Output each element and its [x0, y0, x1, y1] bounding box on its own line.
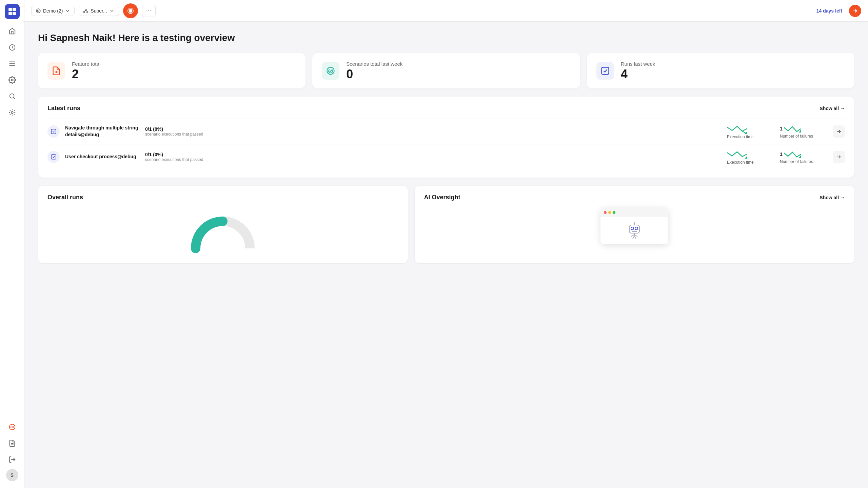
- ai-window: [600, 208, 668, 244]
- run-1-failures-chart: [784, 125, 801, 133]
- svg-rect-45: [632, 231, 637, 232]
- svg-rect-2: [8, 12, 12, 15]
- window-dot-yellow: [608, 211, 611, 214]
- sidebar-item-documents[interactable]: [5, 436, 19, 450]
- svg-point-13: [11, 427, 11, 427]
- run-1-execution-metric: Execution time: [727, 124, 774, 139]
- window-dot-red: [604, 211, 607, 214]
- run-2-failures-chart: [784, 150, 801, 159]
- stat-card-scenarios: Scenarios total last week 0: [312, 53, 580, 88]
- gear-icon: [8, 109, 16, 116]
- run-2-failures-metric: 1 Number of failures: [780, 150, 827, 164]
- sidebar-item-list[interactable]: [5, 57, 19, 70]
- app-logo[interactable]: [5, 4, 20, 19]
- svg-point-44: [634, 222, 635, 224]
- feature-stat-info: Feature total 2: [72, 61, 100, 80]
- latest-runs-title: Latest runs: [47, 105, 80, 112]
- svg-line-24: [84, 10, 86, 11]
- run-1-name: Navigate through multiple string details…: [65, 125, 140, 138]
- svg-marker-37: [745, 156, 747, 159]
- run-1-navigate-button[interactable]: [833, 125, 845, 138]
- sidebar-item-search[interactable]: [5, 89, 19, 103]
- tag-icon: [8, 44, 16, 51]
- run-1-execution-chart: [727, 124, 747, 134]
- scenarios-stat-info: Scenarios total last week 0: [346, 61, 402, 80]
- sidebar: S: [0, 0, 24, 488]
- main-wrapper: Demo (2) Super... ··· 14 days left: [24, 0, 868, 488]
- run-2-stats: 0/1 (0%) scenario executions that passed: [145, 152, 722, 162]
- run-1-stat-num: 0/1 (0%): [145, 126, 722, 132]
- more-button[interactable]: ···: [142, 5, 156, 17]
- ai-oversight-card: AI Oversight Show all →: [415, 186, 854, 263]
- svg-rect-1: [13, 8, 16, 11]
- robot-icon: [626, 222, 643, 239]
- runs-stat-info: Runs last week 4: [621, 61, 655, 80]
- svg-line-50: [634, 236, 636, 239]
- run-2-execution-label: Execution time: [727, 160, 754, 165]
- svg-point-15: [13, 427, 14, 427]
- record-button[interactable]: [123, 3, 138, 18]
- more-label: ···: [146, 7, 151, 14]
- user-avatar[interactable]: S: [6, 469, 18, 481]
- arrow-right-icon: [852, 8, 858, 14]
- run-row-1: Navigate through multiple string details…: [47, 119, 845, 144]
- svg-point-21: [85, 9, 86, 10]
- demo-chevron-icon: [65, 8, 70, 14]
- stat-card-runs: Runs last week 4: [587, 53, 854, 88]
- document-icon: [8, 440, 16, 447]
- runs-icon-container: [596, 62, 614, 80]
- run-1-execution-label: Execution time: [727, 135, 754, 139]
- latest-runs-header: Latest runs Show all →: [47, 105, 845, 112]
- bottom-row: Overall runs AI Oversight Show all →: [38, 186, 854, 263]
- svg-line-10: [14, 98, 15, 99]
- run-2-arrow-icon: [836, 154, 842, 160]
- trial-arrow-button[interactable]: [849, 5, 861, 17]
- run-1-arrow-icon: [836, 129, 842, 134]
- scenarios-stat-label: Scenarios total last week: [346, 61, 402, 67]
- scenarios-icon-container: [322, 62, 339, 80]
- ai-preview-container: [424, 208, 845, 244]
- window-dot-green: [613, 211, 615, 214]
- run-row-2: User checkout process@debug 0/1 (0%) sce…: [47, 144, 845, 169]
- svg-rect-3: [13, 12, 16, 15]
- run-2-execution-metric: Execution time: [727, 149, 774, 165]
- home-icon: [8, 27, 16, 35]
- sidebar-bottom: S: [5, 420, 19, 484]
- sidebar-item-settings[interactable]: [5, 73, 19, 87]
- settings-icon: [8, 76, 16, 84]
- list-icon: [8, 60, 16, 67]
- sidebar-item-home[interactable]: [5, 24, 19, 38]
- super-selector[interactable]: Super...: [79, 6, 119, 16]
- page-title: Hi Sapnesh Naik! Here is a testing overv…: [38, 33, 854, 43]
- run-1-stat-desc: scenario executions that passed: [145, 132, 722, 137]
- svg-point-22: [84, 11, 85, 13]
- demo-selector[interactable]: Demo (2): [31, 6, 75, 16]
- sidebar-item-logout[interactable]: [5, 453, 19, 466]
- logo-icon: [8, 7, 17, 16]
- trial-text: 14 days left: [816, 8, 842, 14]
- ai-window-bar: [600, 208, 668, 217]
- stats-row: Feature total 2 Scenarios total last wee…: [38, 53, 854, 88]
- svg-point-9: [9, 94, 14, 98]
- run-2-execution-chart: [727, 149, 747, 159]
- svg-rect-31: [601, 67, 609, 74]
- svg-point-19: [37, 10, 39, 12]
- run-1-failures-metric: 1 Number of failures: [780, 125, 827, 139]
- latest-runs-card: Latest runs Show all → Navigate through …: [38, 97, 854, 178]
- svg-point-42: [635, 227, 638, 230]
- svg-point-23: [87, 11, 88, 13]
- ai-oversight-show-all[interactable]: Show all →: [820, 195, 845, 200]
- sidebar-item-config[interactable]: [5, 106, 19, 119]
- sidebar-item-tags[interactable]: [5, 41, 19, 54]
- svg-point-8: [11, 79, 13, 81]
- latest-runs-show-all[interactable]: Show all →: [820, 106, 845, 111]
- run-1-failures-num: 1: [780, 126, 783, 131]
- super-label: Super...: [91, 8, 107, 14]
- run-2-navigate-button[interactable]: [833, 151, 845, 163]
- chat-icon: [8, 423, 16, 431]
- content-area: Hi Sapnesh Naik! Here is a testing overv…: [24, 22, 868, 488]
- svg-point-11: [11, 111, 13, 114]
- topbar: Demo (2) Super... ··· 14 days left: [24, 0, 868, 22]
- sidebar-item-chat[interactable]: [5, 420, 19, 434]
- logout-icon: [8, 456, 16, 463]
